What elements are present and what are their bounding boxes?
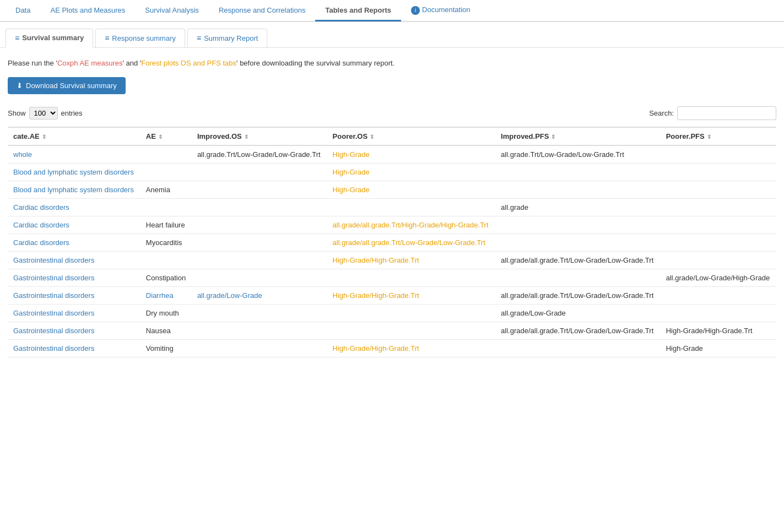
table-row: Blood and lymphatic system disordersHigh…	[8, 163, 776, 181]
sub-tab-survival-summary[interactable]: ≡Survival summary	[6, 29, 93, 48]
cell-poorer-pfs: High-Grade	[661, 339, 776, 357]
cell-value[interactable]: High-Grade/High-Grade.Trt	[333, 344, 419, 352]
cell-cate-ae: Gastrointestinal disorders	[8, 286, 140, 304]
sort-icon: ⇕	[707, 134, 711, 140]
search-box: Search:	[649, 106, 776, 120]
ae-value: Myocarditis	[146, 238, 182, 247]
sort-icon: ⇕	[244, 134, 248, 140]
cell-poorer-pfs	[661, 234, 776, 251]
cell-value[interactable]: all.grade/Low-Grade	[197, 291, 262, 300]
cell-cate-ae: Gastrointestinal disorders	[8, 251, 140, 269]
ae-value: Anemia	[146, 186, 170, 194]
info-icon: i	[411, 6, 420, 15]
sub-tab-summary-report[interactable]: ≡Summary Report	[187, 29, 267, 47]
cell-cate-ae: Blood and lymphatic system disorders	[8, 181, 140, 198]
table-row: Cardiac disordersMyocarditisall.grade/al…	[8, 234, 776, 251]
cate-ae-value[interactable]: Gastrointestinal disorders	[13, 256, 94, 264]
cell-poorer-os	[327, 198, 495, 216]
cate-ae-value[interactable]: whole	[13, 150, 32, 159]
download-survival-button[interactable]: ⬇ Download Survival summary	[8, 77, 126, 94]
cell-poorer-os: High-Grade/High-Grade.Trt	[327, 251, 495, 269]
cate-ae-value[interactable]: Gastrointestinal disorders	[13, 344, 94, 352]
table-row: Gastrointestinal disordersNauseaall.grad…	[8, 322, 776, 339]
nav-item-documentation[interactable]: iDocumentation	[401, 0, 480, 22]
cate-ae-value[interactable]: Cardiac disorders	[13, 238, 69, 247]
cell-improved-pfs: all.grade/all.grade.Trt/Low-Grade/Low-Gr…	[495, 322, 661, 339]
col-header-cate-ae[interactable]: cate.AE⇕	[8, 127, 140, 145]
table-body: wholeall.grade.Trt/Low-Grade/Low-Grade.T…	[8, 145, 776, 357]
cell-poorer-os: High-Grade	[327, 145, 495, 164]
col-header-improved-os[interactable]: Improved.OS⇕	[192, 127, 327, 145]
cell-value: all.grade.Trt/Low-Grade/Low-Grade.Trt	[197, 150, 321, 159]
col-header-poorer-pfs[interactable]: Poorer.PFS⇕	[661, 127, 776, 145]
cell-improved-os: all.grade.Trt/Low-Grade/Low-Grade.Trt	[192, 145, 327, 164]
cell-value[interactable]: High-Grade	[333, 186, 370, 194]
cell-improved-os	[192, 198, 327, 216]
cell-value: High-Grade/High-Grade.Trt	[666, 327, 753, 335]
cell-value[interactable]: all.grade/all.grade.Trt/Low-Grade/Low-Gr…	[333, 238, 485, 247]
data-table: cate.AE⇕AE⇕Improved.OS⇕Poorer.OS⇕Improve…	[8, 127, 776, 357]
table-row: Cardiac disordersall.grade	[8, 198, 776, 216]
cate-ae-value[interactable]: Cardiac disorders	[13, 221, 69, 229]
cell-improved-pfs	[495, 163, 661, 181]
cell-value[interactable]: High-Grade	[333, 168, 370, 176]
col-header-poorer-os[interactable]: Poorer.OS⇕	[327, 127, 495, 145]
nav-item-ae-plots[interactable]: AE Plots and Measures	[40, 1, 135, 21]
download-icon: ⬇	[17, 82, 23, 90]
cell-value: all.grade	[501, 203, 528, 211]
tab-label: Response summary	[112, 34, 176, 42]
entries-label: entries	[61, 109, 83, 117]
cell-improved-pfs: all.grade/all.grade.Trt/Low-Grade/Low-Gr…	[495, 251, 661, 269]
cell-improved-pfs	[495, 234, 661, 251]
nav-item-response[interactable]: Response and Correlations	[209, 1, 316, 21]
entries-select[interactable]: 102550100	[29, 107, 58, 120]
cell-improved-os: all.grade/Low-Grade	[192, 286, 327, 304]
cell-poorer-os	[327, 304, 495, 322]
cell-value: all.grade/Low-Grade/High-Grade	[666, 274, 770, 282]
cell-value[interactable]: High-Grade	[333, 150, 370, 159]
sort-icon: ⇕	[370, 134, 374, 140]
cate-ae-value[interactable]: Cardiac disorders	[13, 203, 69, 211]
cell-value[interactable]: High-Grade/High-Grade.Trt	[333, 256, 419, 264]
cell-poorer-os	[327, 322, 495, 339]
ae-value: Nausea	[146, 327, 171, 335]
cell-poorer-pfs	[661, 181, 776, 198]
cell-improved-os	[192, 339, 327, 357]
search-input[interactable]	[677, 106, 776, 120]
sub-tab-response-summary[interactable]: ≡Response summary	[95, 29, 185, 47]
cell-improved-os	[192, 216, 327, 234]
cell-poorer-os	[327, 269, 495, 286]
cell-improved-os	[192, 304, 327, 322]
cate-ae-value[interactable]: Gastrointestinal disorders	[13, 291, 94, 300]
highlight-forest: Forest plots OS and PFS tabs	[141, 59, 236, 67]
cell-improved-pfs	[495, 269, 661, 286]
cell-cate-ae: Blood and lymphatic system disorders	[8, 163, 140, 181]
cell-poorer-os: High-Grade/High-Grade.Trt	[327, 339, 495, 357]
cate-ae-value[interactable]: Gastrointestinal disorders	[13, 274, 94, 282]
ae-value[interactable]: Diarrhea	[146, 291, 174, 300]
cell-improved-os	[192, 251, 327, 269]
nav-item-tables[interactable]: Tables and Reports	[315, 1, 401, 21]
nav-item-data[interactable]: Data	[6, 1, 40, 21]
sort-icon: ⇕	[42, 134, 46, 140]
cell-cate-ae: Gastrointestinal disorders	[8, 269, 140, 286]
cell-value[interactable]: all.grade/all.grade.Trt/High-Grade/High-…	[333, 221, 489, 229]
cell-value[interactable]: High-Grade/High-Grade.Trt	[333, 291, 419, 300]
cell-cate-ae: Gastrointestinal disorders	[8, 304, 140, 322]
ae-value: Constipation	[146, 274, 186, 282]
cell-ae: Nausea	[140, 322, 192, 339]
cate-ae-value[interactable]: Gastrointestinal disorders	[13, 309, 94, 317]
cate-ae-value[interactable]: Gastrointestinal disorders	[13, 327, 94, 335]
cate-ae-value[interactable]: Blood and lymphatic system disorders	[13, 186, 134, 194]
cate-ae-value[interactable]: Blood and lymphatic system disorders	[13, 168, 134, 176]
cell-cate-ae: Gastrointestinal disorders	[8, 322, 140, 339]
nav-item-survival[interactable]: Survival Analysis	[135, 1, 209, 21]
cell-poorer-pfs	[661, 145, 776, 164]
cell-poorer-os: High-Grade/High-Grade.Trt	[327, 286, 495, 304]
cell-cate-ae: Cardiac disorders	[8, 234, 140, 251]
ae-value: Heart failure	[146, 221, 185, 229]
ae-value: Dry mouth	[146, 309, 179, 317]
table-header-row: cate.AE⇕AE⇕Improved.OS⇕Poorer.OS⇕Improve…	[8, 127, 776, 145]
col-header-improved-pfs[interactable]: Improved.PFS⇕	[495, 127, 661, 145]
col-header-ae[interactable]: AE⇕	[140, 127, 192, 145]
